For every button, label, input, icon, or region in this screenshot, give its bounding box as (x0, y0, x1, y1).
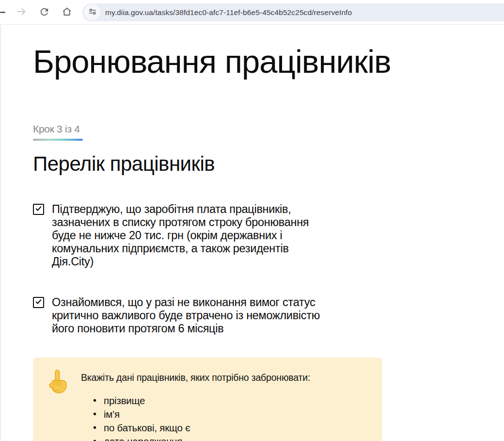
site-info-button[interactable] (84, 4, 100, 20)
list-item: ім'я (93, 409, 190, 419)
url-text[interactable]: my.diia.gov.ua/tasks/38fd1ec0-afc7-11ef-… (105, 8, 352, 17)
browser-toolbar: my.diia.gov.ua/tasks/38fd1ec0-afc7-11ef-… (0, 0, 504, 25)
list-item: прізвище (93, 396, 190, 405)
status-loss-label[interactable]: Ознайомився, що у разі не виконання вимо… (52, 296, 320, 335)
back-arrow-icon[interactable] (0, 12, 5, 13)
required-fields-list: прізвище ім'я по батькові, якщо є дата н… (93, 392, 190, 441)
checkmark-icon (34, 204, 43, 214)
forward-button[interactable] (15, 6, 28, 19)
list-item: по батькові, якщо є (93, 423, 190, 432)
page-title: Бронювання працівників (33, 43, 391, 80)
list-item: дата народження (93, 437, 190, 441)
step-progress-bar (33, 139, 83, 141)
tune-icon (88, 7, 97, 18)
status-loss-checkbox[interactable] (33, 297, 44, 308)
reload-button[interactable] (38, 6, 50, 19)
info-box-intro: Вкажіть дані працівників, яких потрібно … (81, 372, 310, 383)
info-box: Вкажіть дані працівників, яких потрібно … (33, 358, 382, 441)
home-button[interactable] (61, 6, 73, 19)
url-bar[interactable]: my.diia.gov.ua/tasks/38fd1ec0-afc7-11ef-… (82, 3, 504, 21)
salary-confirmation-label[interactable]: Підтверджую, що заробітня плата працівни… (52, 203, 309, 268)
salary-confirmation-checkbox[interactable] (33, 204, 44, 215)
salary-confirmation-row: Підтверджую, що заробітня плата працівни… (33, 203, 309, 268)
status-loss-row: Ознайомився, що у разі не виконання вимо… (33, 296, 320, 335)
checkmark-icon (34, 297, 43, 308)
reload-icon (39, 6, 50, 19)
step-indicator: Крок 3 із 4 (33, 123, 80, 135)
section-title: Перелік працівників (33, 152, 215, 176)
forward-arrow-icon (16, 6, 27, 19)
index-pointing-up-emoji (47, 368, 68, 398)
home-icon (61, 6, 73, 19)
page-content: Бронювання працівників Крок 3 із 4 Перел… (0, 25, 504, 441)
